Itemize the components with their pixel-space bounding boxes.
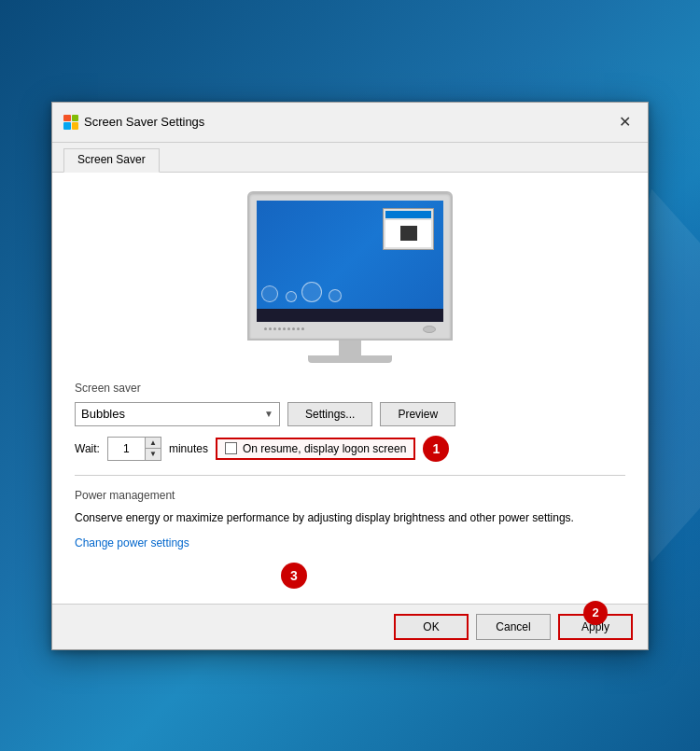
- monitor-bezel: [247, 191, 453, 341]
- tab-screen-saver[interactable]: Screen Saver: [63, 148, 160, 173]
- monitor-frame: [247, 191, 453, 363]
- monitor-bottom-bar: [257, 322, 443, 333]
- screensaver-dropdown-value: Bubbles: [81, 407, 125, 421]
- monitor-dot-9: [301, 327, 304, 330]
- logon-screen-checkbox-group: On resume, display logon screen: [216, 438, 415, 460]
- monitor-stand-base: [308, 355, 392, 363]
- preview-button[interactable]: Preview: [380, 402, 455, 426]
- dialog-content: Screen saver Bubbles ▼ Settings... Previ…: [52, 173, 648, 604]
- badge-3: 3: [281, 563, 307, 589]
- bubble-1: [261, 285, 278, 302]
- monitor-dot-6: [287, 327, 290, 330]
- dialog-title: Screen Saver Settings: [84, 115, 204, 129]
- ok-button[interactable]: OK: [394, 614, 469, 640]
- logon-screen-checkbox[interactable]: [225, 442, 237, 454]
- monitor-dot-4: [278, 327, 281, 330]
- chevron-down-icon: ▼: [264, 409, 273, 419]
- titlebar: Screen Saver Settings ✕: [52, 103, 648, 143]
- preview-area: [75, 191, 625, 363]
- badge-2: 2: [583, 601, 608, 625]
- logon-screen-label[interactable]: On resume, display logon screen: [243, 442, 406, 455]
- wait-label: Wait:: [75, 442, 100, 455]
- preview-desktop: [257, 201, 443, 322]
- titlebar-left: Screen Saver Settings: [63, 115, 204, 130]
- preview-window-content: [385, 220, 431, 247]
- power-section: Power management Conserve energy or maxi…: [75, 489, 625, 549]
- preview-bubbles: [261, 282, 342, 305]
- apply-btn-wrapper: Apply 2: [558, 614, 633, 640]
- monitor-dot-3: [273, 327, 276, 330]
- screensaver-section: Screen saver Bubbles ▼ Settings... Previ…: [75, 382, 625, 462]
- wait-value: 1: [108, 438, 146, 460]
- badge-3-area: 3: [75, 563, 625, 589]
- monitor-dots: [264, 327, 304, 330]
- screensaver-section-label: Screen saver: [75, 382, 625, 395]
- monitor-power-button: [423, 326, 436, 333]
- monitor-stand-neck: [339, 341, 361, 355]
- wait-spinner[interactable]: 1 ▲ ▼: [107, 437, 161, 461]
- screensaver-controls-row: Bubbles ▼ Settings... Preview: [75, 402, 625, 426]
- power-description: Conserve energy or maximize performance …: [75, 509, 625, 526]
- monitor-dot-2: [269, 327, 272, 330]
- cancel-button[interactable]: Cancel: [476, 614, 551, 640]
- wait-row: Wait: 1 ▲ ▼ minutes On resume, display l…: [75, 436, 625, 462]
- preview-window-titlebar: [385, 211, 431, 218]
- badge-1: 1: [423, 436, 449, 462]
- monitor-dot-7: [292, 327, 295, 330]
- preview-window: [383, 208, 434, 250]
- monitor-screen: [257, 201, 443, 322]
- spinner-up-button[interactable]: ▲: [146, 438, 161, 450]
- ok-btn-wrapper: OK: [394, 614, 469, 640]
- change-power-settings-link[interactable]: Change power settings: [75, 536, 189, 549]
- bubble-4: [329, 289, 342, 302]
- bubble-2: [286, 291, 297, 302]
- spinner-down-button[interactable]: ▼: [146, 449, 161, 460]
- spinner-arrows: ▲ ▼: [146, 438, 161, 460]
- monitor-dot-1: [264, 327, 267, 330]
- screensaver-dropdown[interactable]: Bubbles ▼: [75, 402, 280, 426]
- preview-dark-square: [400, 226, 417, 241]
- minutes-label: minutes: [169, 442, 208, 455]
- close-button[interactable]: ✕: [612, 110, 637, 134]
- power-section-label: Power management: [75, 489, 625, 502]
- screen-saver-settings-dialog: Screen Saver Settings ✕ Screen Saver: [51, 102, 649, 650]
- button-row: OK Cancel Apply 2: [52, 604, 648, 649]
- tab-strip: Screen Saver: [52, 143, 648, 173]
- preview-taskbar: [257, 309, 443, 322]
- settings-button[interactable]: Settings...: [287, 402, 372, 426]
- monitor-dot-8: [297, 327, 300, 330]
- monitor-dot-5: [283, 327, 286, 330]
- bubble-3: [301, 282, 322, 302]
- dialog-icon: [63, 115, 78, 130]
- section-divider: [75, 475, 625, 476]
